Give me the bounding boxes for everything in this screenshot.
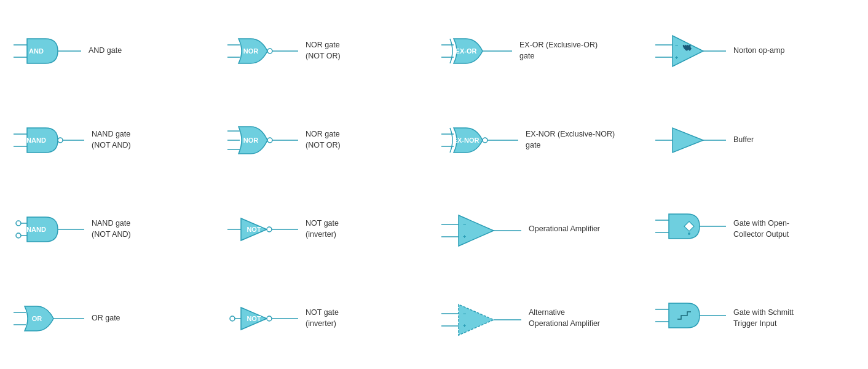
cell-not-gate-2: NOT NOT gate(inverter) (220, 274, 434, 363)
svg-marker-51 (459, 215, 494, 246)
svg-text:NOT: NOT (247, 315, 261, 322)
svg-point-33 (483, 138, 487, 143)
cell-buffer: Buffer (648, 95, 862, 184)
svg-text:−: − (463, 311, 466, 317)
exnor-gate-symbol: EX-NOR (441, 122, 518, 159)
and-gate-symbol: AND (14, 33, 81, 69)
norton-opamp-symbol: − + (655, 30, 726, 73)
svg-point-28 (267, 138, 272, 143)
nor-gate-2-label: NOR gate(NOT OR) (306, 129, 341, 151)
nor-gate-2-symbol: NOR (227, 122, 298, 159)
opamp-symbol: − + (441, 209, 521, 249)
and-gate-label: AND gate (89, 46, 122, 57)
svg-point-57 (688, 232, 690, 235)
svg-text:NAND: NAND (26, 137, 46, 144)
svg-point-47 (267, 227, 272, 232)
not-gate-2-label: NOT gate(inverter) (306, 308, 339, 329)
or-gate-label: OR gate (92, 313, 120, 324)
cell-nor-gate-1: NOR NOR gate(NOT OR) (220, 6, 434, 95)
cell-schmitt: Gate with SchmittTrigger Input (648, 274, 862, 363)
svg-point-40 (16, 233, 21, 238)
nor-gate-1-label: NOR gate(NOT OR) (306, 40, 341, 62)
nand-gate-1-symbol: NAND (14, 122, 84, 159)
svg-text:NOR: NOR (243, 47, 259, 55)
nand-gate-2-symbol: NAND (14, 211, 84, 248)
alt-opamp-symbol: − + (441, 298, 521, 338)
svg-text:OR: OR (32, 315, 42, 322)
svg-point-63 (230, 316, 235, 321)
svg-point-38 (16, 221, 21, 226)
norton-opamp-label: Norton op-amp (733, 46, 784, 57)
schmitt-symbol (655, 297, 726, 340)
svg-text:+: + (675, 55, 678, 61)
exor-gate-label: EX-OR (Exclusive-OR)gate (519, 40, 598, 62)
or-gate-symbol: OR (14, 300, 84, 337)
open-collector-label: Gate with Open-Collector Output (733, 218, 789, 240)
svg-text:EX-OR: EX-OR (456, 47, 477, 55)
svg-text:+: + (463, 234, 466, 240)
alt-opamp-label: AlternativeOperational Amplifier (529, 308, 600, 329)
main-grid: AND AND gate NOR NOR gate(NOT OR) (0, 0, 868, 369)
cell-nand-gate-2: NAND NAND gate(NOT AND) (6, 184, 220, 274)
svg-text:NOT: NOT (247, 226, 261, 233)
nor-gate-1-symbol: NOR (227, 33, 298, 69)
nand-gate-1-label: NAND gate(NOT AND) (92, 129, 131, 151)
cell-open-collector: Gate with Open-Collector Output (648, 184, 862, 274)
schmitt-label: Gate with SchmittTrigger Input (733, 308, 794, 329)
not-gate-2-symbol: NOT (227, 300, 298, 337)
cell-exnor-gate: EX-NOR EX-NOR (Exclusive-NOR)gate (434, 95, 648, 184)
svg-marker-15 (673, 36, 703, 66)
cell-nand-gate-1: NAND NAND gate(NOT AND) (6, 95, 220, 184)
svg-text:−: − (675, 42, 678, 49)
svg-point-22 (58, 138, 63, 143)
buffer-symbol (655, 122, 726, 159)
svg-marker-71 (459, 304, 494, 335)
nand-gate-2-label: NAND gate(NOT AND) (92, 218, 131, 240)
buffer-label: Buffer (733, 135, 754, 146)
exor-gate-symbol: EX-OR (441, 33, 512, 69)
svg-marker-36 (673, 128, 703, 153)
svg-text:NOR: NOR (243, 137, 259, 144)
cell-opamp: − + Operational Amplifier (434, 184, 648, 274)
svg-text:+: + (463, 323, 466, 329)
cell-and-gate: AND AND gate (6, 6, 220, 95)
opamp-label: Operational Amplifier (529, 224, 600, 235)
cell-or-gate: OR OR gate (6, 274, 220, 363)
svg-point-67 (267, 316, 272, 321)
open-collector-symbol (655, 208, 726, 251)
cell-nor-gate-2: NOR NOR gate(NOT OR) (220, 95, 434, 184)
exnor-gate-label: EX-NOR (Exclusive-NOR)gate (526, 129, 615, 151)
svg-text:EX-NOR: EX-NOR (453, 137, 479, 144)
not-gate-1-label: NOT gate(inverter) (306, 218, 339, 240)
svg-text:AND: AND (29, 47, 44, 55)
cell-not-gate-1: NOT NOT gate(inverter) (220, 184, 434, 274)
cell-exor-gate: EX-OR EX-OR (Exclusive-OR)gate (434, 6, 648, 95)
svg-text:NAND: NAND (26, 226, 46, 233)
svg-text:−: − (463, 221, 466, 228)
cell-alt-opamp: − + AlternativeOperational Amplifier (434, 274, 648, 363)
svg-point-7 (267, 49, 272, 54)
cell-norton-opamp: − + Norton op-amp (648, 6, 862, 95)
not-gate-1-symbol: NOT (227, 211, 298, 248)
